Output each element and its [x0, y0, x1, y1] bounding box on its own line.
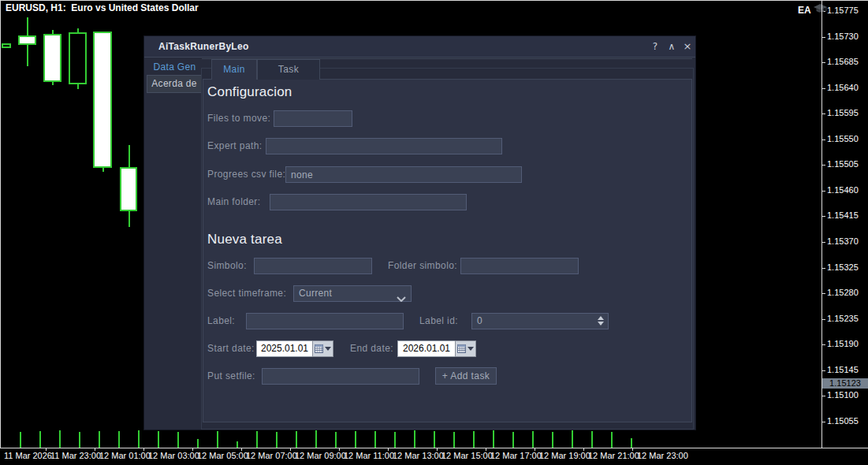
- volume-bar: [493, 430, 494, 448]
- folder-simbolo-input[interactable]: [460, 258, 579, 274]
- candle: [2, 43, 11, 48]
- time-axis-label: 12 Mar 09:00: [295, 451, 346, 460]
- volume-bar: [20, 432, 21, 448]
- window-border-top: [0, 0, 868, 1]
- end-date-field[interactable]: 2026.01.01: [397, 340, 456, 357]
- select-timeframe-label: Select timeframe:: [207, 285, 286, 302]
- price-axis-label: 1.15775: [827, 6, 859, 16]
- price-axis-label: 1.15370: [827, 236, 859, 247]
- dialog-titlebar[interactable]: AiTaskRunerByLeo ? ∧ ×: [144, 36, 695, 58]
- volume-bar: [99, 431, 100, 448]
- window-border-left: [0, 0, 1, 448]
- time-axis-label: 12 Mar 23:00: [637, 451, 688, 460]
- label-input[interactable]: [246, 313, 404, 329]
- volume-bar: [572, 430, 573, 448]
- close-icon[interactable]: ×: [681, 40, 694, 53]
- candle: [18, 35, 36, 45]
- simbolo-label: Simbolo:: [207, 258, 247, 274]
- time-axis-label: 12 Mar 17:00: [490, 451, 542, 460]
- chevron-down-icon: [397, 292, 406, 307]
- simbolo-input[interactable]: [254, 258, 372, 274]
- time-axis-label: 11 Mar 2026: [4, 451, 52, 460]
- time-axis-label: 12 Mar 13:00: [393, 451, 444, 460]
- price-axis-label: 1.15100: [827, 390, 859, 400]
- price-axis-label: 1.15595: [827, 108, 859, 118]
- price-axis-label: 1.15505: [827, 159, 859, 169]
- end-date-label: End date:: [350, 340, 393, 357]
- folder-simbolo-label: Folder simbolo:: [388, 258, 457, 274]
- help-button[interactable]: ?: [649, 40, 661, 53]
- time-axis-label: 12 Mar 15:00: [441, 451, 493, 460]
- label-id-value: 0: [477, 315, 482, 326]
- dialog-title: AiTaskRunerByLeo: [158, 41, 249, 52]
- volume-bar: [39, 431, 41, 448]
- volume-bar: [177, 432, 179, 448]
- progress-csv-input[interactable]: [285, 166, 522, 183]
- expert-path-input[interactable]: [266, 138, 502, 154]
- tab-task[interactable]: Task: [257, 59, 320, 80]
- start-date-field[interactable]: 2025.01.01: [256, 340, 313, 357]
- price-axis-label: 1.15550: [827, 134, 859, 144]
- volume-bar: [335, 432, 337, 448]
- label-label: Label:: [207, 313, 235, 329]
- files-to-move-input[interactable]: [274, 110, 352, 127]
- calendar-dropdown-icon: [325, 347, 331, 351]
- put-setfile-label: Put setfile:: [207, 368, 255, 385]
- calendar-dropdown-icon: [468, 347, 474, 351]
- price-axis-label: 1.15415: [827, 210, 859, 221]
- volume-bar: [374, 431, 376, 448]
- main-folder-input[interactable]: [270, 194, 467, 210]
- label-id-label: Label id:: [419, 313, 458, 329]
- volume-bar: [512, 432, 514, 448]
- spin-down-icon[interactable]: [598, 322, 604, 326]
- label-id-stepper[interactable]: 0: [471, 313, 609, 329]
- current-price-tag: 1.15123: [822, 378, 868, 389]
- timeframe-select[interactable]: Current: [293, 285, 412, 302]
- put-setfile-input[interactable]: [262, 368, 419, 385]
- time-axis-label: 12 Mar 07:00: [246, 451, 297, 460]
- volume-bar: [197, 439, 199, 448]
- volume-bar: [532, 431, 534, 448]
- volume-bar: [414, 430, 415, 448]
- start-date-calendar-button[interactable]: [312, 340, 333, 357]
- volume-bar: [591, 431, 593, 448]
- volume-bar: [552, 432, 553, 448]
- candle: [120, 167, 137, 211]
- volume-bar: [217, 431, 218, 448]
- volume-bar: [315, 430, 317, 448]
- price-axis-label: 1.15145: [827, 365, 859, 375]
- main-tab-panel: Configuracion Files to move: Expert path…: [203, 79, 692, 422]
- spinner-arrows[interactable]: [598, 316, 604, 326]
- price-axis-label: 1.15685: [827, 57, 859, 67]
- price-axis-label: 1.15460: [827, 185, 859, 195]
- volume-bar: [355, 431, 356, 448]
- candle: [93, 32, 112, 168]
- chart-symbol-title: EURUSD, H1: Euro vs United States Dollar: [6, 2, 199, 13]
- spin-up-icon[interactable]: [598, 316, 604, 320]
- time-axis-label: 12 Mar 01:00: [99, 451, 151, 460]
- volume-bar: [118, 431, 120, 448]
- sidebar-item-acerda-de[interactable]: Acerda de: [147, 75, 202, 93]
- ea-label: EA: [798, 5, 811, 16]
- volume-bar: [276, 432, 278, 448]
- price-axis-label: 1.15730: [827, 32, 859, 42]
- expert-path-label: Expert path:: [207, 138, 263, 154]
- start-date-label: Start date:: [207, 340, 255, 357]
- volume-bar: [256, 431, 258, 448]
- volume-bar: [394, 432, 396, 448]
- price-axis-label: 1.15190: [827, 339, 859, 349]
- time-axis-line: [0, 448, 868, 448]
- add-task-button[interactable]: + Add task: [435, 367, 497, 385]
- config-heading: Configuracion: [207, 84, 292, 101]
- main-folder-label: Main folder:: [207, 194, 261, 210]
- new-task-heading: Nueva tarea: [207, 231, 282, 248]
- sidebar-item-data-gen[interactable]: Data Gen: [147, 60, 202, 75]
- calendar-icon: [315, 344, 323, 353]
- candle: [43, 34, 61, 82]
- time-axis-label: 11 Mar 23:00: [50, 451, 101, 460]
- volume-bar: [434, 431, 435, 448]
- tab-main[interactable]: Main: [211, 59, 257, 80]
- ea-status-badge[interactable]: EA: [798, 4, 827, 17]
- end-date-calendar-button[interactable]: [455, 340, 476, 357]
- collapse-button[interactable]: ∧: [665, 40, 678, 53]
